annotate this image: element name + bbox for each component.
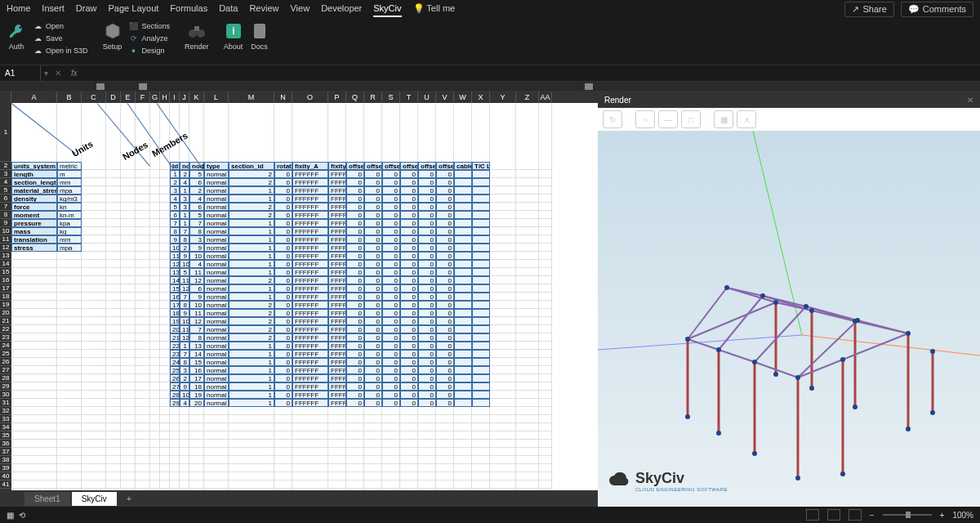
cell-K12[interactable]: 9 xyxy=(189,244,204,252)
cell-N16[interactable]: 0 xyxy=(274,276,292,284)
cell-U32[interactable] xyxy=(418,407,436,415)
cell-N4[interactable]: 0 xyxy=(274,178,292,186)
cell-A1[interactable] xyxy=(11,103,57,162)
cell-V5[interactable]: 0 xyxy=(436,186,454,194)
setup-button[interactable]: Setup xyxy=(103,21,122,51)
cell-Y24[interactable] xyxy=(490,342,516,350)
cell-V19[interactable]: 0 xyxy=(436,301,454,309)
cell-Z32[interactable] xyxy=(516,407,539,415)
cell-O27[interactable]: FFFFFF xyxy=(292,366,328,374)
cell-W20[interactable] xyxy=(454,309,472,317)
cell-F36[interactable] xyxy=(136,440,150,448)
cell-U40[interactable] xyxy=(418,472,436,481)
cell-T38[interactable] xyxy=(400,456,418,464)
cell-F34[interactable] xyxy=(136,423,150,431)
cell-R12[interactable]: 0 xyxy=(364,244,382,252)
cell-C24[interactable] xyxy=(82,342,106,350)
cell-Z1[interactable] xyxy=(516,103,539,162)
cell-L4[interactable]: normal_continuous xyxy=(204,178,229,186)
cell-K15[interactable]: 11 xyxy=(189,268,204,276)
cell-N17[interactable]: 0 xyxy=(274,284,292,293)
cell-C3[interactable] xyxy=(82,170,106,178)
cell-V10[interactable]: 0 xyxy=(436,227,454,235)
cell-J35[interactable] xyxy=(180,431,189,440)
render-axis-button[interactable]: ⋏ xyxy=(737,110,756,128)
cell-M10[interactable]: 1 xyxy=(229,227,274,235)
cell-O1[interactable] xyxy=(292,103,328,162)
outline-handle-1[interactable] xyxy=(96,83,105,90)
cell-Q33[interactable] xyxy=(346,415,364,423)
cell-J2[interactable]: node_A xyxy=(180,162,189,170)
cell-I5[interactable]: 3 xyxy=(170,186,180,194)
cell-D34[interactable] xyxy=(106,423,121,431)
cell-Z38[interactable] xyxy=(516,456,539,464)
cell-E16[interactable] xyxy=(121,276,136,284)
cell-Z34[interactable] xyxy=(516,423,539,431)
row-header-32[interactable]: 32 xyxy=(0,407,11,415)
cell-W33[interactable] xyxy=(454,415,472,423)
cell-D23[interactable] xyxy=(106,333,121,342)
cell-T13[interactable]: 0 xyxy=(400,252,418,260)
cell-Y2[interactable] xyxy=(490,162,516,170)
cell-B30[interactable] xyxy=(57,391,82,399)
cell-N15[interactable]: 0 xyxy=(274,268,292,276)
cell-P14[interactable]: FFFFFF xyxy=(328,260,346,268)
cell-J27[interactable]: 3 xyxy=(180,366,189,374)
cell-C39[interactable] xyxy=(82,464,106,472)
cell-M41[interactable] xyxy=(229,481,274,489)
cell-V6[interactable]: 0 xyxy=(436,194,454,203)
cell-X39[interactable] xyxy=(472,464,490,472)
cell-H16[interactable] xyxy=(160,276,170,284)
cell-O22[interactable]: FFFFFF xyxy=(292,325,328,333)
cell-X37[interactable] xyxy=(472,448,490,456)
cell-Z3[interactable] xyxy=(516,170,539,178)
cell-L41[interactable] xyxy=(204,481,229,489)
cell-Q25[interactable]: 0 xyxy=(346,350,364,358)
cell-H41[interactable] xyxy=(160,481,170,489)
cell-T12[interactable]: 0 xyxy=(400,244,418,252)
cell-Q22[interactable]: 0 xyxy=(346,325,364,333)
cell-B41[interactable] xyxy=(57,481,82,489)
cell-M18[interactable]: 1 xyxy=(229,293,274,301)
cell-L40[interactable] xyxy=(204,472,229,481)
cell-O11[interactable]: FFFFFF xyxy=(292,235,328,244)
cell-S20[interactable]: 0 xyxy=(382,309,400,317)
cell-Z22[interactable] xyxy=(516,325,539,333)
cell-D40[interactable] xyxy=(106,472,121,481)
cell-Z4[interactable] xyxy=(516,178,539,186)
cell-U14[interactable]: 0 xyxy=(418,260,436,268)
cell-W19[interactable] xyxy=(454,301,472,309)
cell-B8[interactable]: kn-m xyxy=(57,211,82,219)
cell-D29[interactable] xyxy=(106,382,121,391)
open-s3d-button[interactable]: ☁Open in S3D xyxy=(33,46,88,56)
cell-P24[interactable]: FFFFFF xyxy=(328,342,346,350)
cell-K4[interactable]: 6 xyxy=(189,178,204,186)
cell-O19[interactable]: FFFFFF xyxy=(292,301,328,309)
cell-E8[interactable] xyxy=(121,211,136,219)
cell-X5[interactable] xyxy=(472,186,490,194)
cell-T24[interactable]: 0 xyxy=(400,342,418,350)
cell-R9[interactable]: 0 xyxy=(364,219,382,227)
cell-AA37[interactable] xyxy=(539,448,552,456)
cell-C26[interactable] xyxy=(82,358,106,366)
cell-L22[interactable]: normal_continuous xyxy=(204,325,229,333)
cell-S30[interactable]: 0 xyxy=(382,391,400,399)
cell-C17[interactable] xyxy=(82,284,106,293)
cell-E12[interactable] xyxy=(121,244,136,252)
zoom-in-button[interactable]: + xyxy=(940,511,945,520)
col-header-I[interactable]: I xyxy=(170,92,180,103)
cell-R22[interactable]: 0 xyxy=(364,325,382,333)
cell-G18[interactable] xyxy=(150,293,160,301)
cell-P21[interactable]: FFFFFF xyxy=(328,317,346,325)
cell-O15[interactable]: FFFFFF xyxy=(292,268,328,276)
cell-B26[interactable] xyxy=(57,358,82,366)
cell-I27[interactable]: 25 xyxy=(170,366,180,374)
cell-X30[interactable] xyxy=(472,391,490,399)
cell-R20[interactable]: 0 xyxy=(364,309,382,317)
cell-H12[interactable] xyxy=(160,244,170,252)
cell-J38[interactable] xyxy=(180,456,189,464)
cell-Y32[interactable] xyxy=(490,407,516,415)
cell-U23[interactable]: 0 xyxy=(418,333,436,342)
zoom-out-button[interactable]: − xyxy=(870,511,875,520)
cell-P38[interactable] xyxy=(328,456,346,464)
